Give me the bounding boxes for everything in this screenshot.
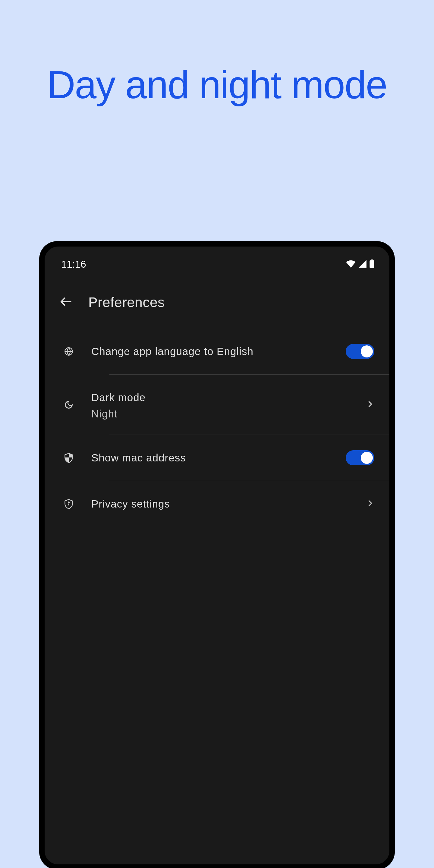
setting-language-text: Change app language to English xyxy=(91,344,328,360)
svg-rect-0 xyxy=(371,259,373,260)
globe-icon xyxy=(64,346,73,357)
setting-dark-mode[interactable]: Dark mode Night xyxy=(44,375,390,435)
setting-dark-mode-value: Night xyxy=(91,408,348,420)
shield-icon xyxy=(64,452,73,464)
privacy-shield-icon xyxy=(64,498,73,510)
svg-rect-1 xyxy=(370,260,374,268)
nav-header: Preferences xyxy=(44,279,390,329)
status-bar: 11:16 xyxy=(44,247,390,279)
wifi-icon xyxy=(346,260,355,269)
mac-address-toggle[interactable] xyxy=(346,450,374,465)
setting-privacy-text: Privacy settings xyxy=(91,496,348,512)
setting-privacy-label: Privacy settings xyxy=(91,496,348,512)
toggle-knob xyxy=(361,345,373,358)
setting-mac-label: Show mac address xyxy=(91,450,328,466)
chevron-right-icon xyxy=(366,499,374,509)
settings-list: Change app language to English Dark mode… xyxy=(44,329,390,527)
setting-language[interactable]: Change app language to English xyxy=(44,329,390,375)
battery-icon xyxy=(370,259,374,269)
setting-mac-text: Show mac address xyxy=(91,450,328,466)
signal-icon xyxy=(359,260,367,269)
page-title: Preferences xyxy=(88,294,165,310)
phone-screen: 11:16 xyxy=(44,247,390,864)
moon-icon xyxy=(64,399,73,410)
hero-title: Day and night mode xyxy=(0,0,434,112)
svg-point-5 xyxy=(68,502,69,503)
back-icon[interactable] xyxy=(60,296,72,309)
phone-frame: 11:16 xyxy=(39,241,395,868)
toggle-knob xyxy=(361,452,373,464)
setting-language-label: Change app language to English xyxy=(91,344,328,360)
status-icons xyxy=(346,259,374,269)
setting-privacy[interactable]: Privacy settings xyxy=(44,481,390,527)
setting-dark-mode-text: Dark mode Night xyxy=(91,390,348,420)
language-toggle[interactable] xyxy=(346,344,374,359)
chevron-right-icon xyxy=(366,400,374,410)
setting-dark-mode-label: Dark mode xyxy=(91,390,348,406)
status-time: 11:16 xyxy=(61,258,86,270)
setting-mac-address[interactable]: Show mac address xyxy=(44,435,390,481)
